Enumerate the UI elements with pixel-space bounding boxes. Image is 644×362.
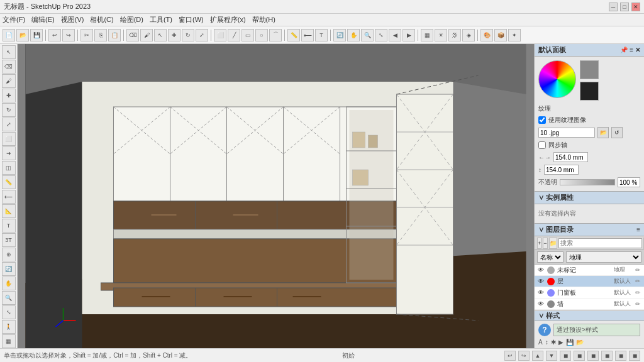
tool-pan[interactable]: ✋ — [2, 277, 16, 290]
tool-text[interactable]: T — [2, 219, 16, 233]
layer-search-input[interactable] — [558, 238, 642, 248]
menu-extensions[interactable]: 扩展程序(x) — [210, 15, 246, 25]
menu-file[interactable]: 文件(F) — [3, 15, 25, 25]
tb-rotate[interactable]: ↻ — [182, 29, 194, 41]
layer-panel-menu-icon[interactable]: ≡ — [636, 226, 640, 233]
texture-reload-btn[interactable]: ↺ — [611, 127, 623, 138]
texture-checkbox[interactable] — [538, 116, 546, 124]
status-btn-8[interactable]: ◼ — [601, 351, 613, 361]
layer-edit-1[interactable]: ✏ — [633, 278, 643, 285]
tool-3dtext[interactable]: 3T — [2, 233, 16, 247]
helper-icon4[interactable]: 💾 — [566, 339, 574, 346]
opacity-input[interactable] — [618, 177, 640, 187]
tool-walkthrough[interactable]: 🚶 — [2, 320, 16, 334]
tb-section[interactable]: ▦ — [421, 29, 433, 41]
layer-vis-3[interactable]: 👁 — [536, 300, 546, 307]
tb-save[interactable]: 💾 — [30, 29, 43, 41]
tb-new[interactable]: 📄 — [3, 29, 15, 41]
panel-pin-icon[interactable]: 📌 — [620, 47, 628, 53]
color-swatch[interactable] — [580, 60, 599, 79]
tb-scale[interactable]: ⤢ — [196, 29, 208, 41]
tb-fog[interactable]: 🌫 — [448, 29, 461, 41]
layer-item[interactable]: 👁 层 默认人 ✏ — [535, 276, 644, 287]
panel-close-icon[interactable]: ✕ — [635, 47, 640, 53]
helper-icon5[interactable]: 📂 — [576, 339, 584, 346]
tb-zoom-fit[interactable]: ⤡ — [375, 29, 387, 41]
helper-icon2[interactable]: ✱ — [551, 339, 556, 346]
layer-vis-1[interactable]: 👁 — [536, 278, 546, 285]
tool-offset[interactable]: ◫ — [2, 161, 16, 175]
tb-circle[interactable]: ○ — [255, 29, 268, 41]
model-info-header[interactable]: ∨ 实例属性 — [535, 192, 644, 204]
layer-item[interactable]: 👁 墙 默认人 ✏ — [535, 299, 644, 310]
tb-undo[interactable]: ↩ — [48, 29, 61, 41]
tb-arc[interactable]: ⌒ — [269, 29, 282, 41]
layer-edit-2[interactable]: ✏ — [633, 289, 643, 296]
layer-add-btn[interactable]: + — [537, 238, 541, 249]
status-btn-10[interactable]: ◼ — [629, 351, 640, 361]
dim2-input[interactable] — [544, 165, 579, 175]
color-wheel[interactable] — [538, 60, 576, 98]
tb-line[interactable]: ╱ — [228, 29, 240, 41]
tb-select[interactable]: ↖ — [154, 29, 167, 41]
tool-zoom[interactable]: 🔍 — [2, 291, 16, 305]
tool-scale[interactable]: ⤢ — [2, 118, 16, 131]
layer-type-select[interactable]: 名称 — [537, 251, 564, 263]
tool-select[interactable]: ↖ — [2, 45, 16, 59]
tool-move[interactable]: ✚ — [2, 89, 16, 102]
panel-menu-icon[interactable]: ≡ — [630, 47, 633, 53]
helper-icon3[interactable]: ▶ — [558, 339, 564, 346]
close-button[interactable]: ✕ — [631, 3, 640, 11]
status-btn-9[interactable]: ◼ — [615, 351, 626, 361]
tool-followme[interactable]: ➜ — [2, 146, 16, 160]
menu-help[interactable]: 帮助(H) — [252, 15, 275, 25]
tb-prev-view[interactable]: ◀ — [389, 29, 401, 41]
status-btn-2[interactable]: ↪ — [518, 351, 530, 361]
menu-view[interactable]: 视图(V) — [61, 15, 84, 25]
status-btn-1[interactable]: ↩ — [504, 351, 516, 361]
maximize-button[interactable]: □ — [620, 3, 629, 11]
menu-window[interactable]: 窗口(W) — [179, 15, 204, 25]
tb-rect[interactable]: ▭ — [242, 29, 254, 41]
helper-panel-header[interactable]: ∨ 样式 — [535, 311, 644, 321]
tb-pan[interactable]: ✋ — [347, 29, 360, 41]
texture-browse-btn[interactable]: 📂 — [597, 127, 609, 138]
menu-camera[interactable]: 相机(C) — [90, 15, 113, 25]
menu-edit[interactable]: 编辑(E) — [31, 15, 55, 25]
opacity-bar[interactable] — [560, 179, 615, 185]
tb-text[interactable]: T — [315, 29, 328, 41]
tool-section[interactable]: ▦ — [2, 334, 16, 348]
status-btn-3[interactable]: ▲ — [532, 351, 543, 361]
tb-paste[interactable]: 📋 — [108, 29, 121, 41]
layer-vis-2[interactable]: 👁 — [536, 289, 546, 296]
tool-protractor[interactable]: 📐 — [2, 204, 16, 218]
status-btn-4[interactable]: ▼ — [546, 351, 557, 361]
tb-component[interactable]: 📦 — [494, 29, 507, 41]
tool-zoom-window[interactable]: ⤡ — [2, 305, 16, 319]
tool-paint[interactable]: 🖌 — [2, 74, 16, 88]
texture-path-input[interactable] — [538, 128, 595, 138]
helper-icon1[interactable]: ↕ — [545, 339, 548, 346]
tb-move[interactable]: ✚ — [168, 29, 180, 41]
tb-copy[interactable]: ⎘ — [94, 29, 107, 41]
tb-cut[interactable]: ✂ — [80, 29, 93, 41]
menu-tools[interactable]: 工具(T) — [150, 15, 172, 25]
tool-rotate[interactable]: ↻ — [2, 103, 16, 117]
tool-axes[interactable]: ⊕ — [2, 248, 16, 261]
status-btn-5[interactable]: ◼ — [560, 351, 571, 361]
tb-redo[interactable]: ↪ — [62, 29, 75, 41]
tb-material[interactable]: 🎨 — [480, 29, 493, 41]
tb-orbit[interactable]: 🔄 — [333, 29, 346, 41]
tb-push[interactable]: ⬜ — [214, 29, 226, 41]
tool-pushpull[interactable]: ⬜ — [2, 132, 16, 146]
tb-next-view[interactable]: ▶ — [402, 29, 415, 41]
layer-item[interactable]: 👁 未标记 地理 ✏ — [535, 265, 644, 276]
layer-filter-select[interactable]: 地理 — [566, 251, 641, 263]
color-swatch-alt[interactable] — [580, 82, 599, 101]
tool-orbit[interactable]: 🔄 — [2, 262, 16, 276]
style-preset-btn[interactable]: 通过预设>样式 — [553, 324, 640, 336]
sync-checkbox[interactable] — [538, 141, 546, 149]
layer-edit-0[interactable]: ✏ — [633, 266, 643, 273]
tool-eraser[interactable]: ⌫ — [2, 60, 16, 74]
tb-zoom[interactable]: 🔍 — [361, 29, 374, 41]
